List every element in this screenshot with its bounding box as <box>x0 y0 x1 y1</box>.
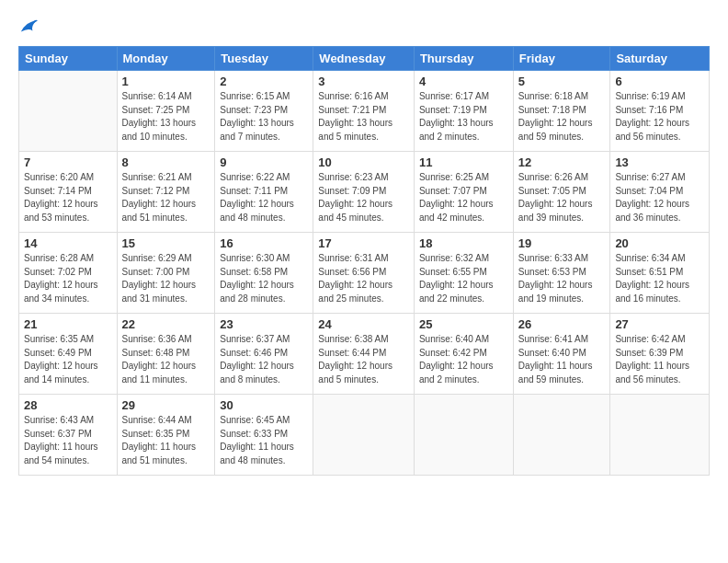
day-number: 29 <box>122 398 210 412</box>
day-number: 15 <box>122 236 210 250</box>
calendar-cell: 14Sunrise: 6:28 AMSunset: 7:02 PMDayligh… <box>19 233 118 314</box>
day-number: 10 <box>318 155 409 169</box>
logo-bird-icon <box>18 17 39 37</box>
calendar-cell: 19Sunrise: 6:33 AMSunset: 6:53 PMDayligh… <box>513 233 610 314</box>
calendar-cell: 18Sunrise: 6:32 AMSunset: 6:55 PMDayligh… <box>414 233 513 314</box>
day-info: Sunrise: 6:28 AMSunset: 7:02 PMDaylight:… <box>24 252 112 305</box>
day-number: 26 <box>518 317 606 331</box>
calendar-cell: 10Sunrise: 6:23 AMSunset: 7:09 PMDayligh… <box>313 152 415 233</box>
calendar-cell: 13Sunrise: 6:27 AMSunset: 7:04 PMDayligh… <box>610 152 710 233</box>
day-number: 12 <box>518 155 606 169</box>
calendar-cell: 15Sunrise: 6:29 AMSunset: 7:00 PMDayligh… <box>117 233 215 314</box>
day-info: Sunrise: 6:42 AMSunset: 6:39 PMDaylight:… <box>615 333 704 386</box>
calendar-cell <box>414 395 513 476</box>
day-number: 17 <box>318 236 409 250</box>
calendar-cell: 11Sunrise: 6:25 AMSunset: 7:07 PMDayligh… <box>414 152 513 233</box>
calendar-cell: 26Sunrise: 6:41 AMSunset: 6:40 PMDayligh… <box>513 314 610 395</box>
day-info: Sunrise: 6:36 AMSunset: 6:48 PMDaylight:… <box>122 333 210 386</box>
calendar-cell: 9Sunrise: 6:22 AMSunset: 7:11 PMDaylight… <box>215 152 313 233</box>
calendar-week-row: 14Sunrise: 6:28 AMSunset: 7:02 PMDayligh… <box>19 233 710 314</box>
day-info: Sunrise: 6:37 AMSunset: 6:46 PMDaylight:… <box>220 333 308 386</box>
day-number: 18 <box>419 236 508 250</box>
day-info: Sunrise: 6:16 AMSunset: 7:21 PMDaylight:… <box>318 90 409 144</box>
day-number: 22 <box>122 317 210 331</box>
day-info: Sunrise: 6:35 AMSunset: 6:49 PMDaylight:… <box>24 333 112 386</box>
day-number: 9 <box>220 155 308 169</box>
calendar-week-row: 7Sunrise: 6:20 AMSunset: 7:14 PMDaylight… <box>19 152 710 233</box>
day-number: 14 <box>24 236 112 250</box>
day-info: Sunrise: 6:17 AMSunset: 7:19 PMDaylight:… <box>419 90 508 144</box>
day-info: Sunrise: 6:27 AMSunset: 7:04 PMDaylight:… <box>615 171 704 224</box>
calendar-cell: 3Sunrise: 6:16 AMSunset: 7:21 PMDaylight… <box>313 71 415 152</box>
day-number: 2 <box>220 75 308 88</box>
calendar-cell: 27Sunrise: 6:42 AMSunset: 6:39 PMDayligh… <box>610 314 710 395</box>
day-info: Sunrise: 6:44 AMSunset: 6:35 PMDaylight:… <box>122 414 210 467</box>
day-info: Sunrise: 6:30 AMSunset: 6:58 PMDaylight:… <box>220 252 308 305</box>
calendar-cell: 16Sunrise: 6:30 AMSunset: 6:58 PMDayligh… <box>215 233 313 314</box>
logo <box>18 17 39 39</box>
day-number: 25 <box>419 317 508 331</box>
calendar-week-row: 21Sunrise: 6:35 AMSunset: 6:49 PMDayligh… <box>19 314 710 395</box>
day-info: Sunrise: 6:31 AMSunset: 6:56 PMDaylight:… <box>318 252 409 305</box>
calendar-cell: 5Sunrise: 6:18 AMSunset: 7:18 PMDaylight… <box>513 71 610 152</box>
day-number: 3 <box>318 75 409 88</box>
day-number: 4 <box>419 75 508 88</box>
day-number: 6 <box>615 75 704 88</box>
day-number: 5 <box>518 75 606 88</box>
calendar-cell: 24Sunrise: 6:38 AMSunset: 6:44 PMDayligh… <box>313 314 415 395</box>
day-number: 7 <box>24 155 112 169</box>
calendar-day-header: Monday <box>117 47 215 71</box>
day-info: Sunrise: 6:33 AMSunset: 6:53 PMDaylight:… <box>518 252 606 305</box>
day-number: 8 <box>122 155 210 169</box>
calendar-day-header: Saturday <box>610 47 710 71</box>
calendar-cell <box>513 395 610 476</box>
day-info: Sunrise: 6:25 AMSunset: 7:07 PMDaylight:… <box>419 171 508 224</box>
calendar-cell <box>19 71 118 152</box>
calendar-cell: 22Sunrise: 6:36 AMSunset: 6:48 PMDayligh… <box>117 314 215 395</box>
calendar-table: SundayMondayTuesdayWednesdayThursdayFrid… <box>18 46 710 476</box>
day-info: Sunrise: 6:22 AMSunset: 7:11 PMDaylight:… <box>220 171 308 224</box>
day-number: 20 <box>615 236 704 250</box>
day-info: Sunrise: 6:34 AMSunset: 6:51 PMDaylight:… <box>615 252 704 305</box>
calendar-cell: 17Sunrise: 6:31 AMSunset: 6:56 PMDayligh… <box>313 233 415 314</box>
calendar-day-header: Wednesday <box>313 47 415 71</box>
day-info: Sunrise: 6:26 AMSunset: 7:05 PMDaylight:… <box>518 171 606 224</box>
day-info: Sunrise: 6:40 AMSunset: 6:42 PMDaylight:… <box>419 333 508 386</box>
day-number: 30 <box>220 398 308 412</box>
calendar-week-row: 28Sunrise: 6:43 AMSunset: 6:37 PMDayligh… <box>19 395 710 476</box>
calendar-cell: 4Sunrise: 6:17 AMSunset: 7:19 PMDaylight… <box>414 71 513 152</box>
day-number: 13 <box>615 155 704 169</box>
calendar-header-row: SundayMondayTuesdayWednesdayThursdayFrid… <box>19 47 710 71</box>
header <box>18 17 710 39</box>
day-number: 11 <box>419 155 508 169</box>
calendar-day-header: Sunday <box>19 47 118 71</box>
calendar-cell: 21Sunrise: 6:35 AMSunset: 6:49 PMDayligh… <box>19 314 118 395</box>
day-info: Sunrise: 6:21 AMSunset: 7:12 PMDaylight:… <box>122 171 210 224</box>
calendar-cell: 6Sunrise: 6:19 AMSunset: 7:16 PMDaylight… <box>610 71 710 152</box>
day-info: Sunrise: 6:38 AMSunset: 6:44 PMDaylight:… <box>318 333 409 386</box>
day-number: 16 <box>220 236 308 250</box>
calendar-cell: 7Sunrise: 6:20 AMSunset: 7:14 PMDaylight… <box>19 152 118 233</box>
calendar-cell: 23Sunrise: 6:37 AMSunset: 6:46 PMDayligh… <box>215 314 313 395</box>
day-info: Sunrise: 6:15 AMSunset: 7:23 PMDaylight:… <box>220 90 308 144</box>
day-number: 24 <box>318 317 409 331</box>
day-info: Sunrise: 6:41 AMSunset: 6:40 PMDaylight:… <box>518 333 606 386</box>
day-number: 1 <box>122 75 210 88</box>
calendar-day-header: Thursday <box>414 47 513 71</box>
calendar-cell: 30Sunrise: 6:45 AMSunset: 6:33 PMDayligh… <box>215 395 313 476</box>
calendar-cell <box>610 395 710 476</box>
day-number: 21 <box>24 317 112 331</box>
day-info: Sunrise: 6:32 AMSunset: 6:55 PMDaylight:… <box>419 252 508 305</box>
day-info: Sunrise: 6:43 AMSunset: 6:37 PMDaylight:… <box>24 414 112 467</box>
day-info: Sunrise: 6:45 AMSunset: 6:33 PMDaylight:… <box>220 414 308 467</box>
day-number: 27 <box>615 317 704 331</box>
calendar-day-header: Friday <box>513 47 610 71</box>
day-number: 23 <box>220 317 308 331</box>
calendar-day-header: Tuesday <box>215 47 313 71</box>
page: SundayMondayTuesdayWednesdayThursdayFrid… <box>0 0 728 563</box>
calendar-cell: 1Sunrise: 6:14 AMSunset: 7:25 PMDaylight… <box>117 71 215 152</box>
calendar-cell: 8Sunrise: 6:21 AMSunset: 7:12 PMDaylight… <box>117 152 215 233</box>
calendar-cell: 2Sunrise: 6:15 AMSunset: 7:23 PMDaylight… <box>215 71 313 152</box>
calendar-cell: 29Sunrise: 6:44 AMSunset: 6:35 PMDayligh… <box>117 395 215 476</box>
day-number: 19 <box>518 236 606 250</box>
